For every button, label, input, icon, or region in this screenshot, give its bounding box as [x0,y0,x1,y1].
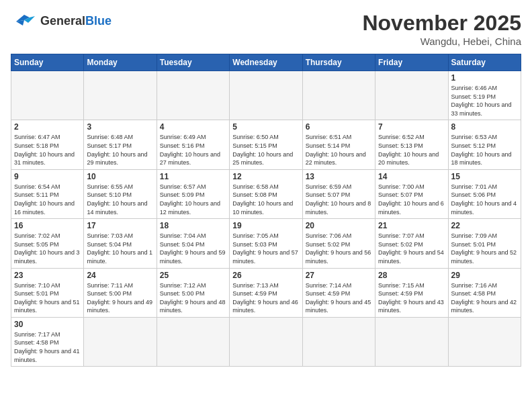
logo: GeneralBlue [11,11,112,32]
page-header: GeneralBlue November 2025 Wangdu, Hebei,… [11,11,521,47]
week-row-4: 16 Sunrise: 7:02 AMSunset: 5:05 PMDaylig… [11,219,521,268]
empty-cell [157,71,229,120]
day-5: 5 Sunrise: 6:50 AMSunset: 5:15 PMDayligh… [230,120,302,169]
day-3: 3 Sunrise: 6:48 AMSunset: 5:17 PMDayligh… [84,120,157,169]
header-friday: Friday [375,54,448,71]
month-title: November 2025 [362,11,521,36]
location: Wangdu, Hebei, China [362,36,521,47]
day-17: 17 Sunrise: 7:03 AMSunset: 5:04 PMDaylig… [84,219,157,268]
day-16: 16 Sunrise: 7:02 AMSunset: 5:05 PMDaylig… [11,219,84,268]
day-30: 30 Sunrise: 7:17 AMSunset: 4:58 PMDaylig… [11,317,84,366]
day-11: 11 Sunrise: 6:57 AMSunset: 5:09 PMDaylig… [157,169,229,218]
logo-icon [11,11,38,32]
title-block: November 2025 Wangdu, Hebei, China [362,11,521,47]
empty-cell [448,317,521,366]
day-12: 12 Sunrise: 6:58 AMSunset: 5:08 PMDaylig… [230,169,302,218]
day-27: 27 Sunrise: 7:14 AMSunset: 4:59 PMDaylig… [302,268,375,317]
empty-cell [302,71,375,120]
empty-cell [230,317,302,366]
day-14: 14 Sunrise: 7:00 AMSunset: 5:07 PMDaylig… [375,169,448,218]
header-sunday: Sunday [11,54,84,71]
weekday-header-row: Sunday Monday Tuesday Wednesday Thursday… [11,54,521,71]
empty-cell [302,317,375,366]
week-row-5: 23 Sunrise: 7:10 AMSunset: 5:01 PMDaylig… [11,268,521,317]
day-2: 2 Sunrise: 6:47 AMSunset: 5:18 PMDayligh… [11,120,84,169]
day-8: 8 Sunrise: 6:53 AMSunset: 5:12 PMDayligh… [448,120,521,169]
empty-cell [230,71,302,120]
header-wednesday: Wednesday [230,54,302,71]
logo-text: GeneralBlue [40,15,112,28]
empty-cell [84,317,157,366]
header-saturday: Saturday [448,54,521,71]
empty-cell [375,71,448,120]
empty-cell [375,317,448,366]
empty-cell [157,317,229,366]
header-thursday: Thursday [302,54,375,71]
day-6: 6 Sunrise: 6:51 AMSunset: 5:14 PMDayligh… [302,120,375,169]
day-18: 18 Sunrise: 7:04 AMSunset: 5:04 PMDaylig… [157,219,229,268]
day-25: 25 Sunrise: 7:12 AMSunset: 5:00 PMDaylig… [157,268,229,317]
day-28: 28 Sunrise: 7:15 AMSunset: 4:59 PMDaylig… [375,268,448,317]
week-row-3: 9 Sunrise: 6:54 AMSunset: 5:11 PMDayligh… [11,169,521,218]
week-row-6: 30 Sunrise: 7:17 AMSunset: 4:58 PMDaylig… [11,317,521,366]
day-4: 4 Sunrise: 6:49 AMSunset: 5:16 PMDayligh… [157,120,229,169]
calendar-table: Sunday Monday Tuesday Wednesday Thursday… [11,54,521,367]
header-tuesday: Tuesday [157,54,229,71]
day-24: 24 Sunrise: 7:11 AMSunset: 5:00 PMDaylig… [84,268,157,317]
week-row-1: 1 Sunrise: 6:46 AMSunset: 5:19 PMDayligh… [11,71,521,120]
day-19: 19 Sunrise: 7:05 AMSunset: 5:03 PMDaylig… [230,219,302,268]
day-1: 1 Sunrise: 6:46 AMSunset: 5:19 PMDayligh… [448,71,521,120]
day-21: 21 Sunrise: 7:07 AMSunset: 5:02 PMDaylig… [375,219,448,268]
week-row-2: 2 Sunrise: 6:47 AMSunset: 5:18 PMDayligh… [11,120,521,169]
day-20: 20 Sunrise: 7:06 AMSunset: 5:02 PMDaylig… [302,219,375,268]
day-10: 10 Sunrise: 6:55 AMSunset: 5:10 PMDaylig… [84,169,157,218]
day-15: 15 Sunrise: 7:01 AMSunset: 5:06 PMDaylig… [448,169,521,218]
header-monday: Monday [84,54,157,71]
day-9: 9 Sunrise: 6:54 AMSunset: 5:11 PMDayligh… [11,169,84,218]
empty-cell [84,71,157,120]
day-13: 13 Sunrise: 6:59 AMSunset: 5:07 PMDaylig… [302,169,375,218]
day-26: 26 Sunrise: 7:13 AMSunset: 4:59 PMDaylig… [230,268,302,317]
day-29: 29 Sunrise: 7:16 AMSunset: 4:58 PMDaylig… [448,268,521,317]
day-22: 22 Sunrise: 7:09 AMSunset: 5:01 PMDaylig… [448,219,521,268]
day-7: 7 Sunrise: 6:52 AMSunset: 5:13 PMDayligh… [375,120,448,169]
day-23: 23 Sunrise: 7:10 AMSunset: 5:01 PMDaylig… [11,268,84,317]
empty-cell [11,71,84,120]
